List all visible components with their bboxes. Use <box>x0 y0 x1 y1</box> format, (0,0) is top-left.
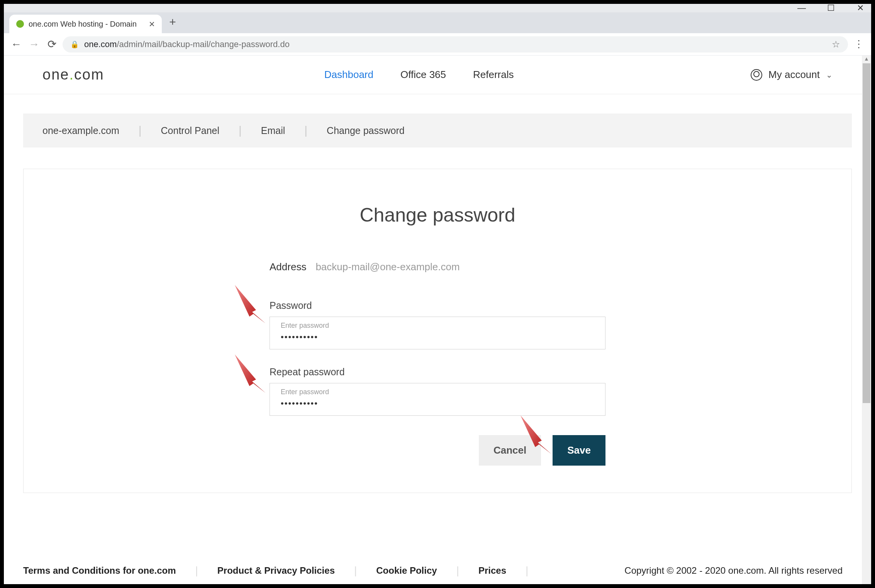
scrollbar-up-icon[interactable]: ▲ <box>862 56 871 63</box>
address-label: Address <box>270 261 306 273</box>
password-label: Password <box>270 300 605 311</box>
footer-cookie[interactable]: Cookie Policy <box>376 565 437 576</box>
nav-referrals[interactable]: Referrals <box>473 69 514 81</box>
url-text: one.com/admin/mail/backup-mail/change-pa… <box>84 39 826 49</box>
nav-office365[interactable]: Office 365 <box>400 69 446 81</box>
annotation-arrow-icon <box>235 285 266 324</box>
password-floating-label: Enter password <box>281 322 594 330</box>
repeat-password-input[interactable] <box>281 398 594 408</box>
breadcrumb-email[interactable]: Email <box>261 125 285 136</box>
account-menu[interactable]: My account ⌄ <box>751 69 833 81</box>
repeat-password-floating-label: Enter password <box>281 388 594 396</box>
svg-marker-0 <box>235 285 266 324</box>
user-icon <box>751 69 762 81</box>
password-input[interactable] <box>281 332 594 342</box>
nav-dashboard[interactable]: Dashboard <box>324 69 373 81</box>
address-row: Address backup-mail@one-example.com <box>270 261 605 273</box>
breadcrumb-domain[interactable]: one-example.com <box>42 125 119 136</box>
browser-toolbar: ← → ⟳ 🔒 one.com/admin/mail/backup-mail/c… <box>4 33 871 56</box>
tab-favicon <box>16 20 24 28</box>
bookmark-star-icon[interactable]: ☆ <box>832 39 840 50</box>
site-header: one.com Dashboard Office 365 Referrals M… <box>4 56 871 94</box>
page-title: Change password <box>24 204 851 226</box>
button-row: Cancel Save <box>270 435 605 466</box>
footer-terms[interactable]: Terms and Conditions for one.com <box>23 565 176 576</box>
save-button[interactable]: Save <box>553 435 605 466</box>
password-input-wrapper: Enter password <box>270 317 605 349</box>
repeat-password-label: Repeat password <box>270 366 605 378</box>
window-titlebar: — ☐ ✕ <box>4 4 871 12</box>
breadcrumb-control-panel[interactable]: Control Panel <box>161 125 219 136</box>
address-bar[interactable]: 🔒 one.com/admin/mail/backup-mail/change-… <box>63 36 848 53</box>
footer-privacy[interactable]: Product & Privacy Policies <box>217 565 335 576</box>
footer-prices[interactable]: Prices <box>478 565 506 576</box>
scrollbar-thumb[interactable] <box>863 63 870 403</box>
back-button[interactable]: ← <box>9 38 23 51</box>
tab-title: one.com Web hosting - Domain <box>29 20 137 29</box>
reload-button[interactable]: ⟳ <box>45 38 59 51</box>
account-label: My account <box>768 69 820 81</box>
breadcrumb-change-password: Change password <box>327 125 405 136</box>
repeat-password-input-wrapper: Enter password <box>270 383 605 416</box>
site-footer: Terms and Conditions for one.com | Produ… <box>4 557 862 584</box>
browser-menu-button[interactable]: ⋮ <box>852 38 866 50</box>
cancel-button[interactable]: Cancel <box>479 435 541 466</box>
window-close-button[interactable]: ✕ <box>853 4 868 13</box>
window-minimize-button[interactable]: — <box>794 4 809 13</box>
svg-marker-1 <box>235 354 266 393</box>
lock-icon: 🔒 <box>70 40 79 49</box>
chevron-down-icon: ⌄ <box>826 70 833 80</box>
annotation-arrow-icon <box>235 354 266 393</box>
page-viewport: one.com Dashboard Office 365 Referrals M… <box>4 56 871 584</box>
tab-close-icon[interactable]: × <box>149 18 155 30</box>
footer-copyright: Copyright © 2002 - 2020 one.com. All rig… <box>624 565 843 576</box>
main-nav: Dashboard Office 365 Referrals <box>324 69 514 81</box>
site-logo[interactable]: one.com <box>42 66 104 83</box>
new-tab-button[interactable]: + <box>165 15 180 30</box>
breadcrumb: one-example.com | Control Panel | Email … <box>23 114 852 147</box>
scrollbar[interactable]: ▲ <box>862 56 871 584</box>
forward-button[interactable]: → <box>27 38 41 51</box>
browser-tab[interactable]: one.com Web hosting - Domain × <box>9 15 162 33</box>
change-password-card: Change password Address backup-mail@one-… <box>23 169 852 493</box>
address-value: backup-mail@one-example.com <box>315 261 460 273</box>
window-maximize-button[interactable]: ☐ <box>823 4 839 13</box>
browser-tabstrip: one.com Web hosting - Domain × + <box>4 12 871 33</box>
